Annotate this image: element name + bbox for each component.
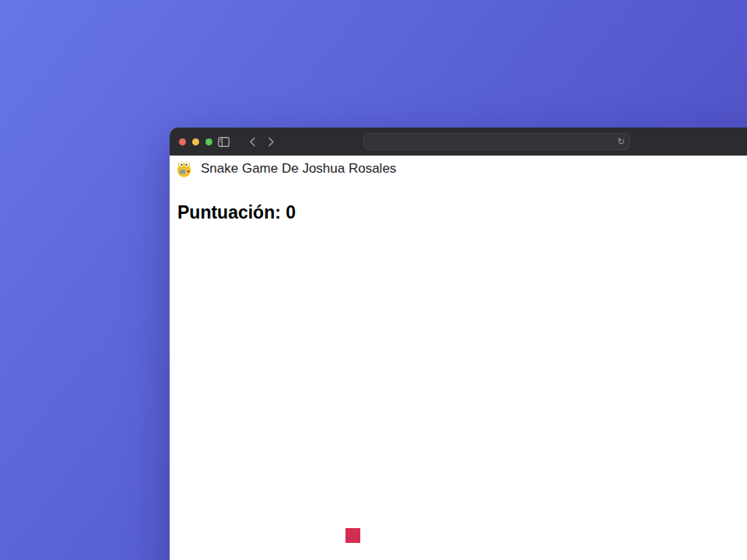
page-title-row: Snake Game De Joshua Rosales <box>176 160 396 177</box>
food-square <box>345 528 360 543</box>
minimize-button[interactable] <box>192 138 199 145</box>
forward-icon[interactable] <box>263 128 279 156</box>
game-page-content: Snake Game De Joshua Rosales Puntuación:… <box>170 156 747 560</box>
browser-titlebar[interactable]: ↻ <box>170 128 747 156</box>
score-label: Puntuación: 0 <box>177 202 296 223</box>
back-icon[interactable] <box>244 128 260 156</box>
sidebar-toggle-icon[interactable] <box>215 128 232 156</box>
score-text: Puntuación: <box>177 202 281 222</box>
window-controls <box>179 128 212 156</box>
browser-window: ↻ <box>170 128 747 560</box>
refresh-icon[interactable]: ↻ <box>617 137 625 146</box>
maximize-button[interactable] <box>205 138 212 145</box>
score-value: 0 <box>286 202 296 222</box>
turtle-favicon-icon <box>176 160 192 177</box>
address-bar[interactable]: ↻ <box>363 133 630 150</box>
page-title: Snake Game De Joshua Rosales <box>201 161 396 177</box>
desktop-background: ↻ <box>0 0 747 560</box>
close-button[interactable] <box>179 138 186 145</box>
